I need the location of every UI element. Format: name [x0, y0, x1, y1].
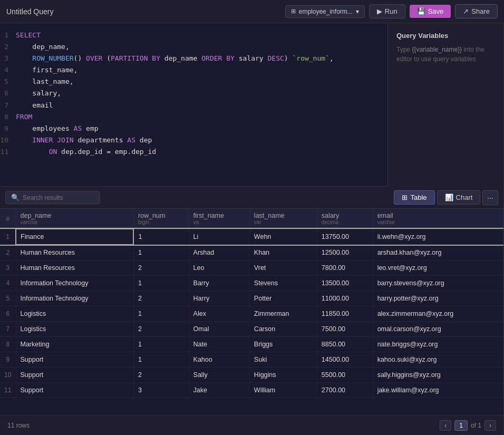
cell-row-num-val: 2: [133, 368, 189, 383]
table-row[interactable]: 3 Human Resources 2 Leo Vret 7800.00 leo…: [0, 260, 503, 276]
line-number: 11: [0, 146, 16, 158]
table-row[interactable]: 1 Finance 1 Li Wehn 13750.00 li.wehn@xyz…: [0, 229, 503, 245]
table-icon: ⊞: [402, 194, 408, 201]
header-left: Untitled Query: [6, 7, 53, 16]
cell-dep-name: Logistics: [16, 306, 133, 322]
query-variables-panel: Query Variables Type {{variable_name}} i…: [387, 23, 503, 187]
code-line: 6 salary,: [0, 88, 387, 99]
tab-table-button[interactable]: ⊞ Table: [394, 190, 434, 205]
cell-first-name: Nate: [189, 337, 249, 352]
db-selector-label: employee_inform...: [299, 8, 353, 15]
run-button[interactable]: ▶ Run: [369, 4, 405, 18]
sidebar-hint: Type {{variable_name}} into the editor t…: [396, 45, 495, 64]
editor-sidebar-row: 1SELECT2 dep_name,3 ROW_NUMBER() OVER (P…: [0, 23, 503, 187]
table-body: 1 Finance 1 Li Wehn 13750.00 li.wehn@xyz…: [0, 229, 503, 398]
code-line: 4 first_name,: [0, 64, 387, 76]
cell-first-name: Li: [189, 229, 249, 245]
col-header-num: #: [0, 209, 16, 229]
tab-chart-button[interactable]: 📊 Chart: [437, 190, 481, 205]
share-button[interactable]: ↗ Share: [455, 4, 498, 18]
cell-email: arshad.khan@xyz.org: [373, 245, 503, 260]
cell-dep-name: Logistics: [16, 322, 133, 337]
cell-last-name: Khan: [249, 245, 317, 260]
main-layout: 1SELECT2 dep_name,3 ROW_NUMBER() OVER (P…: [0, 23, 504, 435]
table-row[interactable]: 2 Human Resources 1 Arshad Khan 12500.00…: [0, 245, 503, 260]
cell-row-num: 8: [0, 337, 16, 352]
cell-last-name: Higgins: [249, 368, 317, 383]
cell-salary: 13500.00: [317, 276, 373, 291]
cell-row-num-val: 1: [133, 276, 189, 291]
play-icon: ▶: [377, 7, 382, 15]
cell-dep-name: Finance: [16, 229, 133, 245]
table-row[interactable]: 6 Logistics 1 Alex Zimmerman 11850.00 al…: [0, 306, 503, 322]
results-table-wrapper[interactable]: # dep_namevarchar row_numbigin first_nam…: [0, 209, 503, 415]
cell-last-name: Suki: [249, 352, 317, 368]
col-header-salary: salarydecima: [317, 209, 373, 229]
results-footer: 11 rows ‹ 1 of 1 ›: [0, 415, 503, 435]
cell-first-name: Sally: [189, 368, 249, 383]
cell-email: jake.william@xyz.org: [373, 383, 503, 398]
cell-row-num: 2: [0, 245, 16, 260]
cell-last-name: Vret: [249, 260, 317, 276]
cell-dep-name: Support: [16, 368, 133, 383]
save-button[interactable]: 💾 Save: [410, 5, 451, 18]
table-row[interactable]: 9 Support 1 Kahoo Suki 14500.00 kahoo.su…: [0, 352, 503, 368]
cell-dep-name: Human Resources: [16, 245, 133, 260]
search-wrapper[interactable]: 🔍: [5, 191, 100, 204]
line-number: 2: [0, 41, 16, 53]
code-editor[interactable]: 1SELECT2 dep_name,3 ROW_NUMBER() OVER (P…: [0, 23, 387, 187]
table-row[interactable]: 10 Support 2 Sally Higgins 5500.00 sally…: [0, 368, 503, 383]
col-header-first-name: first_nameva: [189, 209, 249, 229]
line-number: 3: [0, 53, 16, 64]
db-selector[interactable]: ⊞ employee_inform... ▾: [285, 5, 365, 18]
search-icon: 🔍: [11, 194, 20, 201]
cell-salary: 7800.00: [317, 260, 373, 276]
cell-first-name: Kahoo: [189, 352, 249, 368]
table-row[interactable]: 7 Logistics 2 Omal Carson 7500.00 omal.c…: [0, 322, 503, 337]
cell-email: sally.higgins@xyz.org: [373, 368, 503, 383]
more-options-button[interactable]: ···: [482, 190, 498, 205]
code-line: 8FROM: [0, 111, 387, 123]
line-number: 4: [0, 64, 16, 76]
cell-salary: 2700.00: [317, 383, 373, 398]
pagination: ‹ 1 of 1 ›: [440, 420, 496, 431]
table-row[interactable]: 11 Support 3 Jake William 2700.00 jake.w…: [0, 383, 503, 398]
table-header: # dep_namevarchar row_numbigin first_nam…: [0, 209, 503, 229]
table-row[interactable]: 5 Information Technology 2 Harry Potter …: [0, 291, 503, 306]
cell-row-num: 5: [0, 291, 16, 306]
chevron-down-icon: ▾: [356, 8, 359, 15]
col-header-email: emailvarchar: [373, 209, 503, 229]
save-icon: 💾: [417, 7, 425, 15]
code-line: 11 ON dep.dep_id = emp.dep_id: [0, 146, 387, 158]
cell-last-name: Wehn: [249, 229, 317, 245]
cell-row-num-val: 1: [133, 245, 189, 260]
sidebar-title: Query Variables: [396, 32, 495, 40]
table-row[interactable]: 8 Marketing 1 Nate Briggs 8850.00 nate.b…: [0, 337, 503, 352]
line-number: 6: [0, 88, 16, 99]
cell-row-num-val: 3: [133, 383, 189, 398]
code-line: 10 INNER JOIN departments AS dep: [0, 134, 387, 146]
cell-row-num: 4: [0, 276, 16, 291]
cell-email: li.wehn@xyz.org: [373, 229, 503, 245]
next-page-button[interactable]: ›: [484, 420, 496, 431]
search-input[interactable]: [23, 194, 96, 201]
cell-email: alex.zimmerman@xyz.org: [373, 306, 503, 322]
cell-email: harry.potter@xyz.org: [373, 291, 503, 306]
code-content: SELECT: [16, 30, 387, 41]
cell-salary: 11000.00: [317, 291, 373, 306]
cell-dep-name: Information Technology: [16, 291, 133, 306]
code-line: 2 dep_name,: [0, 41, 387, 53]
cell-first-name: Barry: [189, 276, 249, 291]
code-line: 1SELECT: [0, 30, 387, 41]
code-content: employees AS emp: [16, 123, 387, 134]
cell-email: omal.carson@xyz.org: [373, 322, 503, 337]
table-row[interactable]: 4 Information Technology 1 Barry Stevens…: [0, 276, 503, 291]
line-number: 1: [0, 30, 16, 41]
cell-row-num: 6: [0, 306, 16, 322]
prev-page-button[interactable]: ‹: [440, 420, 451, 431]
cell-last-name: Stevens: [249, 276, 317, 291]
code-line: 5 last_name,: [0, 76, 387, 88]
cell-last-name: Carson: [249, 322, 317, 337]
cell-first-name: Harry: [189, 291, 249, 306]
cell-last-name: Zimmerman: [249, 306, 317, 322]
